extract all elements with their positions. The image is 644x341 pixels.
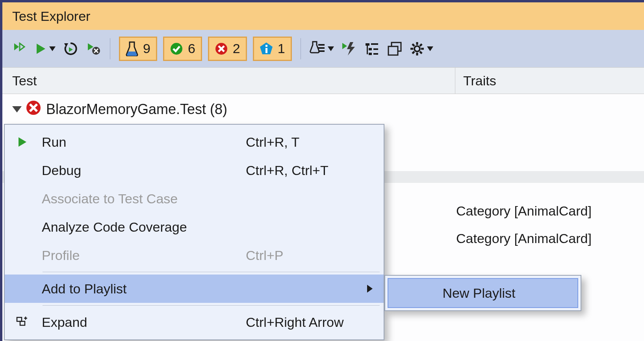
stat-failed[interactable]: 2 xyxy=(208,37,247,61)
toolbar-run-group xyxy=(12,40,101,57)
ctx-profile: Profile Ctrl+P xyxy=(5,241,384,269)
expander-icon[interactable] xyxy=(12,106,22,112)
ctx-coverage-label: Analyze Code Coverage xyxy=(40,219,246,235)
toolbar-stats-group: 9 6 2 xyxy=(119,37,292,61)
trait-text: Category [AnimalCard] xyxy=(456,203,592,219)
window-title: Test Explorer xyxy=(12,9,90,24)
toolbar-tools-group xyxy=(310,40,433,57)
svg-rect-27 xyxy=(17,317,22,321)
stat-total-value: 9 xyxy=(143,41,150,56)
svg-line-22 xyxy=(412,44,414,46)
repeat-last-run-button[interactable] xyxy=(63,40,78,57)
test-explorer-window: Test Explorer xyxy=(0,0,644,341)
svg-rect-5 xyxy=(318,44,325,46)
columns-button[interactable] xyxy=(387,40,403,57)
column-header-test-label: Test xyxy=(12,73,37,88)
svg-rect-7 xyxy=(318,50,325,52)
svg-rect-3 xyxy=(265,45,267,47)
svg-point-17 xyxy=(414,46,420,52)
column-header-traits-label: Traits xyxy=(463,73,496,88)
ctx-expand-label: Expand xyxy=(40,315,246,330)
tree-area: BlazorMemoryGame.Test (8) Category [Anim… xyxy=(2,94,644,341)
trait-value: Category [AnimalCard] xyxy=(456,197,644,225)
svg-rect-28 xyxy=(20,321,25,325)
expand-icon xyxy=(5,316,40,328)
ctx-separator xyxy=(43,272,380,272)
info-icon xyxy=(260,42,273,55)
passed-icon xyxy=(170,42,183,55)
svg-line-25 xyxy=(412,52,414,53)
svg-rect-13 xyxy=(373,53,378,55)
play-icon xyxy=(5,136,40,147)
stat-passed-value: 6 xyxy=(188,41,195,56)
run-failed-icon xyxy=(86,42,100,56)
ctx-separator xyxy=(43,305,380,306)
ctx-new-playlist[interactable]: New Playlist xyxy=(388,278,578,308)
ctx-debug-label: Debug xyxy=(40,163,246,178)
status-failed-icon xyxy=(26,100,41,119)
run-all-button[interactable] xyxy=(12,40,28,57)
svg-rect-9 xyxy=(371,43,378,45)
beaker-icon xyxy=(126,41,138,56)
svg-line-24 xyxy=(420,44,422,46)
ctx-profile-shortcut: Ctrl+P xyxy=(246,248,376,263)
stat-failed-value: 2 xyxy=(233,41,240,56)
playlist-button[interactable] xyxy=(310,40,334,57)
ctx-playlist-label: Add to Playlist xyxy=(40,281,367,297)
context-submenu: New Playlist xyxy=(384,275,581,311)
gear-icon xyxy=(410,41,425,56)
svg-rect-10 xyxy=(369,48,372,50)
ctx-expand[interactable]: Expand Ctrl+Right Arrow xyxy=(5,308,384,336)
windows-icon xyxy=(388,42,402,56)
failed-icon xyxy=(215,42,228,55)
dropdown-caret-icon xyxy=(49,46,56,51)
column-header-traits[interactable]: Traits xyxy=(455,68,644,94)
ctx-run-shortcut: Ctrl+R, T xyxy=(246,135,376,150)
submenu-arrow-icon xyxy=(367,285,373,293)
toolbar-separator xyxy=(301,38,301,59)
stat-passed[interactable]: 6 xyxy=(163,37,202,61)
ctx-associate: Associate to Test Case xyxy=(5,184,384,213)
toolbar-separator xyxy=(110,38,110,59)
stat-total[interactable]: 9 xyxy=(119,37,157,61)
hierarchy-icon xyxy=(365,42,379,56)
svg-rect-8 xyxy=(366,43,369,46)
column-header-test[interactable]: Test xyxy=(2,68,455,94)
group-by-button[interactable] xyxy=(364,40,380,57)
ctx-debug[interactable]: Debug Ctrl+R, Ctrl+T xyxy=(5,156,384,184)
dropdown-caret-icon xyxy=(328,46,334,51)
run-on-build-button[interactable] xyxy=(341,40,357,57)
ctx-new-playlist-label: New Playlist xyxy=(442,286,515,301)
columns-header: Test Traits xyxy=(2,67,644,94)
lightning-play-icon xyxy=(341,41,356,56)
trait-value: Category [AnimalCard] xyxy=(456,225,644,252)
svg-rect-12 xyxy=(369,53,372,55)
run-all-icon xyxy=(13,42,27,56)
trait-text: Category [AnimalCard] xyxy=(456,231,592,246)
dropdown-caret-icon xyxy=(427,46,433,51)
play-icon xyxy=(35,43,47,55)
ctx-associate-label: Associate to Test Case xyxy=(40,191,246,206)
stat-info-value: 1 xyxy=(278,41,285,56)
context-menu: Run Ctrl+R, T Debug Ctrl+R, Ctrl+T Assoc… xyxy=(4,124,384,340)
tree-root-label: BlazorMemoryGame.Test (8) xyxy=(46,101,227,118)
svg-rect-11 xyxy=(373,48,378,50)
stat-info[interactable]: 1 xyxy=(253,37,292,61)
ctx-coverage[interactable]: Analyze Code Coverage xyxy=(5,213,384,241)
ctx-add-to-playlist[interactable]: Add to Playlist xyxy=(5,275,384,303)
traits-column: Category [AnimalCard] Category [AnimalCa… xyxy=(456,94,644,252)
ctx-profile-label: Profile xyxy=(40,248,246,263)
repeat-run-icon xyxy=(63,42,78,56)
toolbar: 9 6 2 xyxy=(2,30,644,67)
title-bar: Test Explorer xyxy=(2,2,644,30)
run-failed-button[interactable] xyxy=(85,40,101,57)
ctx-expand-shortcut: Ctrl+Right Arrow xyxy=(246,315,376,330)
ctx-run-label: Run xyxy=(40,135,246,150)
run-button[interactable] xyxy=(35,40,56,57)
beaker-list-icon xyxy=(310,41,325,57)
settings-button[interactable] xyxy=(410,40,433,57)
svg-rect-6 xyxy=(318,47,325,49)
svg-rect-14 xyxy=(367,46,368,54)
ctx-run[interactable]: Run Ctrl+R, T xyxy=(5,128,384,156)
ctx-debug-shortcut: Ctrl+R, Ctrl+T xyxy=(246,163,376,178)
